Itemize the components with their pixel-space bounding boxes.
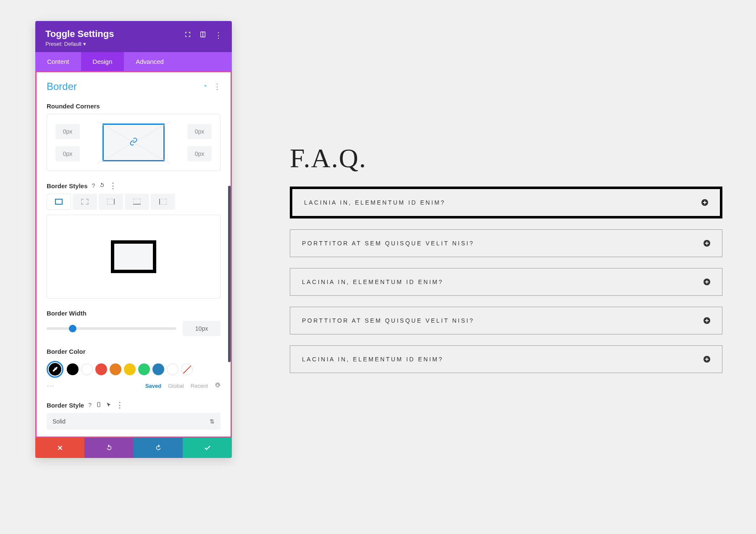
- collapse-icon[interactable]: [202, 83, 208, 90]
- border-style-select[interactable]: Solid ⇅: [47, 413, 220, 430]
- tab-advanced[interactable]: Advanced: [124, 52, 232, 71]
- accordion-item[interactable]: LACINIA IN, ELEMENTUM ID ENIM?: [290, 268, 722, 296]
- corner-tl[interactable]: 0px: [55, 124, 80, 139]
- accordion-item[interactable]: PORTTITOR AT SEM QUISQUE VELIT NISI?: [290, 307, 722, 334]
- corner-link-preview[interactable]: [102, 124, 165, 161]
- settings-panel: Toggle Settings Preset: Default ▾ ⋮ Cont…: [35, 21, 232, 458]
- plus-icon: [704, 279, 710, 285]
- border-color-label: Border Color: [37, 342, 231, 359]
- border-styles-label: Border Styles ? ⋮: [37, 176, 231, 194]
- select-arrows-icon: ⇅: [210, 418, 215, 425]
- panel-header: Toggle Settings Preset: Default ▾ ⋮: [35, 21, 232, 52]
- help-icon[interactable]: ?: [92, 182, 95, 189]
- cancel-button[interactable]: [35, 438, 84, 458]
- border-left[interactable]: [151, 194, 175, 210]
- accordion-item[interactable]: LACINIA IN, ELEMENTUM ID ENIM?: [290, 187, 722, 218]
- border-width-value[interactable]: 10px: [183, 321, 220, 336]
- accordion-item[interactable]: PORTTITOR AT SEM QUISQUE VELIT NISI?: [290, 229, 722, 257]
- preset-dropdown[interactable]: Preset: Default ▾: [45, 41, 114, 47]
- section-title[interactable]: Border: [47, 81, 77, 92]
- tabs: Content Design Advanced: [35, 52, 232, 71]
- swatch-white[interactable]: [81, 363, 93, 375]
- focus-icon[interactable]: [184, 31, 191, 39]
- more-colors-icon[interactable]: ⋯: [47, 381, 54, 390]
- plus-icon: [701, 199, 708, 206]
- border-preview: [47, 215, 220, 299]
- plus-icon: [704, 356, 710, 363]
- swatch-yellow[interactable]: [124, 363, 136, 375]
- border-width-slider[interactable]: [47, 327, 176, 330]
- palette-settings-icon[interactable]: [215, 382, 220, 389]
- palette-global[interactable]: Global: [168, 383, 184, 389]
- device-icon[interactable]: [96, 402, 102, 409]
- accordion-item[interactable]: LACINIA IN, ELEMENTUM ID ENIM?: [290, 345, 722, 373]
- preview-rect: [111, 240, 156, 273]
- slider-thumb[interactable]: [69, 325, 76, 332]
- corner-tr[interactable]: 0px: [187, 124, 212, 139]
- border-top[interactable]: [73, 194, 97, 210]
- redo-button[interactable]: [134, 438, 183, 458]
- tab-design[interactable]: Design: [81, 52, 124, 71]
- hover-icon[interactable]: [106, 402, 112, 409]
- reset-icon[interactable]: [99, 182, 105, 189]
- help-icon-2[interactable]: ?: [88, 402, 92, 408]
- panel-title: Toggle Settings: [45, 29, 114, 39]
- save-button[interactable]: [183, 438, 232, 458]
- section-more-icon[interactable]: ⋮: [213, 83, 220, 90]
- style-more-icon[interactable]: ⋮: [116, 401, 123, 409]
- border-style-label: Border Style ? ⋮: [37, 395, 231, 413]
- palette-recent[interactable]: Recent: [191, 383, 208, 389]
- swatch-orange[interactable]: [110, 363, 121, 375]
- swatch-blue[interactable]: [152, 363, 164, 375]
- swatch-green[interactable]: [138, 363, 150, 375]
- eyedropper-swatch[interactable]: [47, 361, 63, 378]
- plus-icon: [704, 240, 710, 247]
- plus-icon: [704, 317, 710, 324]
- tab-content[interactable]: Content: [35, 52, 81, 71]
- corner-bl[interactable]: 0px: [55, 146, 80, 161]
- styles-more-icon[interactable]: ⋮: [109, 182, 116, 189]
- corner-br[interactable]: 0px: [187, 146, 212, 161]
- panel-body: Border ⋮ Rounded Corners 0px 0px 0px 0px…: [35, 71, 232, 438]
- swatch-red[interactable]: [95, 363, 107, 375]
- border-bottom[interactable]: [125, 194, 149, 210]
- border-right[interactable]: [99, 194, 123, 210]
- color-palette-tabs: ⋯ Saved Global Recent: [37, 381, 231, 395]
- swatch-empty[interactable]: [167, 363, 178, 375]
- rounded-corners-control: 0px 0px 0px 0px: [47, 114, 220, 171]
- footer-bar: [35, 438, 232, 458]
- border-width-label: Border Width: [37, 304, 231, 321]
- palette-saved[interactable]: Saved: [145, 383, 161, 389]
- undo-button[interactable]: [84, 438, 134, 458]
- border-all[interactable]: [47, 194, 71, 210]
- color-swatches: [37, 359, 231, 381]
- responsive-icon[interactable]: [200, 31, 206, 39]
- more-icon[interactable]: ⋮: [215, 32, 222, 39]
- swatch-black[interactable]: [67, 363, 79, 375]
- link-icon: [129, 137, 138, 147]
- page-preview: F.A.Q. LACINIA IN, ELEMENTUM ID ENIM? PO…: [290, 143, 722, 384]
- border-side-tabs: [37, 194, 231, 215]
- faq-title: F.A.Q.: [290, 143, 722, 174]
- svg-rect-2: [97, 402, 100, 407]
- rounded-corners-label: Rounded Corners: [37, 97, 231, 114]
- swatch-none[interactable]: [181, 363, 193, 375]
